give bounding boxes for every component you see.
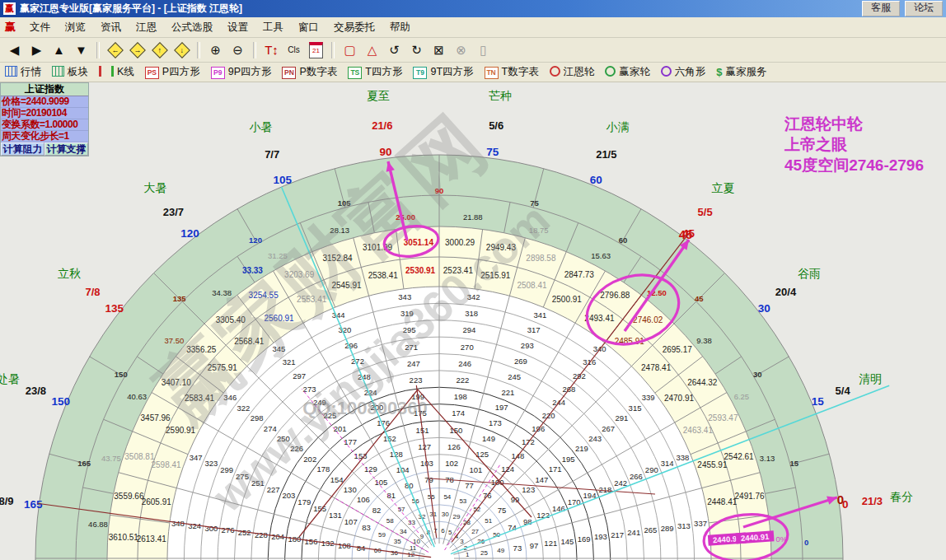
svg-text:245: 245	[508, 372, 521, 381]
zoom-out-icon[interactable]: ⊖	[227, 40, 248, 60]
svg-text:小满: 小满	[606, 120, 630, 133]
svg-text:82: 82	[372, 506, 382, 515]
svg-text:290: 290	[645, 465, 658, 474]
svg-text:270: 270	[461, 343, 474, 352]
winner-service-label: 赢家服务	[725, 65, 766, 79]
svg-text:57: 57	[398, 506, 405, 513]
svg-text:2583.41: 2583.41	[185, 394, 215, 403]
tool-t-square[interactable]: TST四方形	[348, 65, 402, 79]
rotate-cw-icon[interactable]: ↻	[406, 40, 427, 60]
kline-label: K线	[117, 65, 134, 79]
svg-text:150: 150	[115, 370, 128, 379]
svg-text:101: 101	[469, 465, 482, 474]
svg-text:46.88: 46.88	[88, 520, 108, 529]
forum-button[interactable]: 论坛	[905, 1, 943, 16]
svg-text:20/4: 20/4	[775, 286, 797, 298]
menu-item-资讯[interactable]: 资讯	[93, 19, 129, 36]
support-button[interactable]: 客服	[862, 1, 900, 16]
svg-text:165: 165	[77, 459, 91, 468]
fit-box-icon[interactable]: ⊠	[429, 40, 449, 60]
svg-text:2500.91: 2500.91	[552, 295, 583, 304]
clear-icon[interactable]: ⊗	[451, 40, 471, 60]
svg-text:313: 313	[677, 521, 691, 530]
tool-kline[interactable]: K线	[99, 65, 134, 79]
svg-text:321: 321	[283, 357, 296, 366]
trash-icon[interactable]: ▯	[473, 40, 494, 60]
svg-text:3407.10: 3407.10	[162, 378, 192, 387]
tool-quotes[interactable]: 行情	[5, 65, 41, 79]
time-updown-icon[interactable]: T↕	[261, 40, 282, 60]
svg-text:171: 171	[549, 464, 562, 474]
svg-text:105: 105	[274, 174, 293, 186]
cls-icon[interactable]: Cls	[283, 40, 304, 60]
svg-text:154: 154	[330, 475, 344, 484]
menu-item-公式选股[interactable]: 公式选股	[164, 19, 220, 36]
calc-support-button[interactable]: 计算支撑	[44, 142, 88, 156]
menu-item-窗口[interactable]: 窗口	[291, 19, 326, 36]
svg-text:3254.55: 3254.55	[249, 291, 279, 300]
calendar-icon[interactable]: 21	[306, 40, 326, 60]
p-square-icon: PS	[145, 66, 159, 79]
peak-up-icon[interactable]: ▲	[49, 40, 69, 60]
menu-item-江恩[interactable]: 江恩	[129, 19, 164, 36]
wheel-annotation-text: 江恩轮中轮 上帝之眼 45度空间2746-2796	[784, 114, 924, 175]
tool-winner-service[interactable]: $赢家服务	[716, 65, 766, 79]
svg-text:121: 121	[544, 539, 557, 548]
back-icon[interactable]: ◀	[4, 40, 25, 60]
toolbar-main: ◀▶▲▼←→↑↓⊕⊖T↕Cls21▢△↺↻⊠⊗▯	[0, 38, 946, 63]
zoom-in-icon[interactable]: ⊕	[205, 40, 226, 60]
rect-tool-icon[interactable]: ▢	[340, 40, 360, 60]
pan-left-icon[interactable]: ←	[105, 40, 125, 60]
tool-sectors[interactable]: 板块	[52, 65, 88, 79]
menu-item-帮助[interactable]: 帮助	[382, 19, 418, 36]
calc-resistance-button[interactable]: 计算阻力	[1, 142, 44, 156]
svg-text:173: 173	[489, 418, 502, 427]
svg-text:小暑: 小暑	[249, 120, 272, 133]
tool-winner-wheel[interactable]: 赢家轮	[605, 65, 650, 79]
svg-text:35: 35	[394, 538, 401, 545]
menu-item-工具[interactable]: 工具	[255, 19, 291, 36]
svg-text:27: 27	[471, 528, 479, 535]
tool-p-table[interactable]: PNP数字表	[282, 65, 337, 79]
menu-item-设置[interactable]: 设置	[220, 19, 255, 36]
tool-9t-square[interactable]: T99T四方形	[413, 65, 473, 79]
t-square-icon: TS	[348, 66, 362, 79]
pan-down-icon[interactable]: ↓	[171, 40, 192, 60]
svg-text:54: 54	[443, 493, 451, 501]
tool-hexagon[interactable]: 六角形	[661, 65, 706, 79]
tool-gann-wheel[interactable]: 江恩轮	[550, 65, 595, 79]
instrument-panel: 上证指数 价格=2440.9099时间=20190104变换系数=1.00000…	[0, 82, 89, 156]
pan-up-icon[interactable]: ↑	[149, 40, 170, 60]
menu-item-交易委托[interactable]: 交易委托	[326, 19, 382, 36]
panel-row-1: 时间=20190104	[1, 108, 88, 119]
app-icon: 赢	[3, 2, 16, 15]
peak-down-icon[interactable]: ▼	[71, 40, 91, 60]
gann-wheel-canvas[interactable]: 1234567891011122526272829303132333435364…	[0, 0, 946, 560]
svg-text:221: 221	[501, 388, 514, 397]
svg-text:75: 75	[486, 146, 499, 158]
panel-row-0: 价格=2440.9099	[1, 96, 88, 108]
tool-9p-square[interactable]: P99P四方形	[211, 65, 272, 79]
svg-text:265: 265	[644, 525, 658, 534]
svg-text:146: 146	[552, 504, 565, 513]
menu-item-浏览[interactable]: 浏览	[58, 19, 93, 36]
pan-right-icon[interactable]: →	[127, 40, 148, 60]
tool-t-table[interactable]: TNT数字表	[485, 65, 539, 79]
tool-p-square[interactable]: PSP四方形	[145, 65, 200, 79]
menu-item-文件[interactable]: 文件	[22, 19, 58, 36]
svg-text:9: 9	[420, 533, 424, 540]
rotate-ccw-icon[interactable]: ↺	[384, 40, 405, 60]
triangle-tool-icon[interactable]: △	[362, 40, 382, 60]
svg-text:3.13: 3.13	[760, 454, 775, 463]
t-table-icon: TN	[485, 66, 499, 79]
forward-icon[interactable]: ▶	[26, 40, 47, 60]
svg-text:130: 130	[344, 485, 357, 494]
svg-text:75: 75	[498, 506, 507, 515]
quotes-label: 行情	[21, 65, 41, 79]
hexagon-icon	[661, 66, 672, 79]
svg-text:2448.41: 2448.41	[707, 497, 738, 506]
svg-text:2491.76: 2491.76	[735, 492, 766, 501]
svg-text:2493.41: 2493.41	[584, 314, 615, 323]
svg-text:15: 15	[812, 395, 825, 408]
svg-text:165: 165	[24, 498, 43, 511]
